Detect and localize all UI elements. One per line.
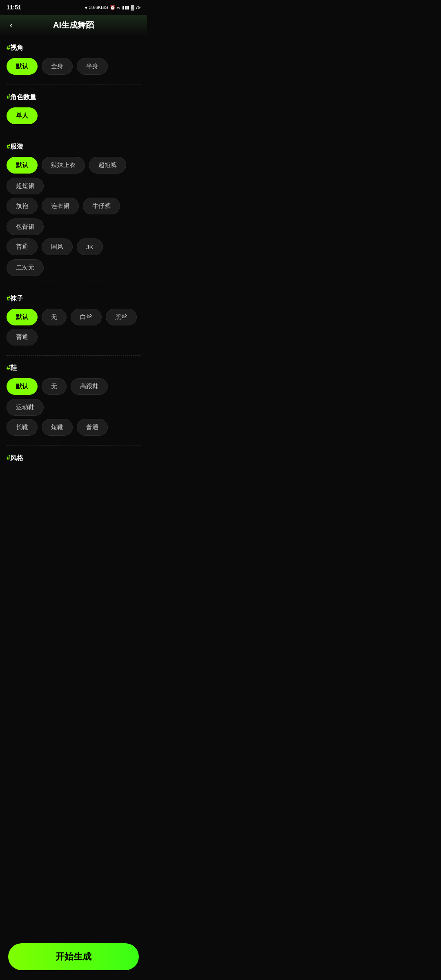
- tag-qipao[interactable]: 旗袍: [7, 198, 38, 214]
- section-shoes: #鞋 默认 无 高跟鞋 运动鞋 长靴 短靴 普通: [7, 356, 140, 446]
- costume-tags-row1: 默认 辣妹上衣 超短裤 超短裙: [7, 157, 140, 194]
- section-perspective-title: #视角: [7, 44, 140, 52]
- section-socks: #袜子 默认 无 白丝 黑丝 普通: [7, 286, 140, 356]
- tag-guofeng[interactable]: 国风: [42, 238, 73, 255]
- tag-sneakers[interactable]: 运动鞋: [7, 399, 44, 416]
- tag-white-silk[interactable]: 白丝: [71, 309, 102, 325]
- alarm-icon: ⏰: [110, 5, 116, 10]
- back-button[interactable]: ‹: [7, 19, 16, 31]
- tag-default-shoes[interactable]: 默认: [7, 378, 38, 395]
- shoes-tags-row1: 默认 无 高跟鞋 运动鞋: [7, 378, 140, 416]
- status-icons: ● 3.66KB/S ⏰ ∞ ▮▮▮ ▓ 79: [85, 5, 140, 10]
- hash-icon: #: [7, 44, 10, 51]
- section-character-count-title: #角色数量: [7, 93, 140, 102]
- character-count-tags: 单人: [7, 107, 140, 124]
- notification-icon: ●: [85, 5, 88, 10]
- hash-icon-6: #: [7, 454, 10, 461]
- tag-long-boots[interactable]: 长靴: [7, 419, 38, 436]
- network-icon: ∞: [117, 5, 120, 10]
- tag-short-skirt[interactable]: 超短裙: [7, 178, 44, 194]
- tag-normal-costume[interactable]: 普通: [7, 238, 38, 255]
- content: #视角 默认 全身 半身 #角色数量 单人 #服装 默认 辣妹上衣 超短裤 超短…: [0, 36, 147, 503]
- tag-default-perspective[interactable]: 默认: [7, 58, 38, 75]
- tag-normal-shoes[interactable]: 普通: [77, 419, 108, 436]
- section-style-title: #风格: [7, 454, 140, 463]
- tag-jeans[interactable]: 牛仔裤: [83, 198, 120, 214]
- tag-no-shoes[interactable]: 无: [42, 378, 67, 395]
- tag-black-silk[interactable]: 黑丝: [106, 309, 137, 325]
- tag-halfbody[interactable]: 半身: [77, 58, 108, 75]
- section-perspective: #视角 默认 全身 半身: [7, 36, 140, 85]
- tag-single[interactable]: 单人: [7, 107, 38, 124]
- status-bar: 11:51 ● 3.66KB/S ⏰ ∞ ▮▮▮ ▓ 79: [0, 0, 147, 15]
- signal-icon: ▮▮▮: [122, 5, 129, 10]
- costume-tags-row3: 普通 国风 JK 二次元: [7, 238, 140, 276]
- hash-icon-5: #: [7, 364, 10, 371]
- header: ‹ AI生成舞蹈: [0, 15, 147, 36]
- tag-pencil-skirt[interactable]: 包臀裙: [7, 218, 44, 235]
- tag-dress[interactable]: 连衣裙: [42, 198, 79, 214]
- section-socks-title: #袜子: [7, 294, 140, 303]
- tag-short-boots[interactable]: 短靴: [42, 419, 73, 436]
- tag-normal-socks[interactable]: 普通: [7, 329, 38, 345]
- tag-no-socks[interactable]: 无: [42, 309, 67, 325]
- tag-fullbody[interactable]: 全身: [42, 58, 73, 75]
- generate-button[interactable]: 开始生成: [8, 943, 139, 970]
- perspective-tags: 默认 全身 半身: [7, 58, 140, 75]
- tag-spicy-top[interactable]: 辣妹上衣: [42, 157, 85, 174]
- shoes-tags-row2: 长靴 短靴 普通: [7, 419, 140, 436]
- tag-heels[interactable]: 高跟鞋: [71, 378, 108, 395]
- costume-tags-row2: 旗袍 连衣裙 牛仔裤 包臀裙: [7, 198, 140, 235]
- socks-tags-row2: 普通: [7, 329, 140, 345]
- section-style-partial: #风格: [7, 446, 140, 463]
- page-title: AI生成舞蹈: [53, 20, 94, 31]
- section-costume: #服装 默认 辣妹上衣 超短裤 超短裙 旗袍 连衣裙 牛仔裤 包臀裙 普通 国风…: [7, 134, 140, 286]
- speed-indicator: 3.66KB/S: [89, 5, 108, 10]
- section-costume-title: #服装: [7, 143, 140, 151]
- battery-icon: ▓ 79: [131, 5, 140, 10]
- bottom-bar: 开始生成: [0, 938, 147, 980]
- hash-icon-2: #: [7, 94, 10, 100]
- socks-tags-row1: 默认 无 白丝 黑丝: [7, 309, 140, 325]
- hash-icon-4: #: [7, 295, 10, 302]
- section-shoes-title: #鞋: [7, 364, 140, 372]
- tag-anime[interactable]: 二次元: [7, 259, 44, 276]
- tag-short-pants[interactable]: 超短裤: [89, 157, 126, 174]
- status-time: 11:51: [7, 4, 21, 11]
- tag-default-socks[interactable]: 默认: [7, 309, 38, 325]
- tag-default-costume[interactable]: 默认: [7, 157, 38, 174]
- section-character-count: #角色数量 单人: [7, 85, 140, 134]
- tag-jk[interactable]: JK: [77, 238, 103, 255]
- hash-icon-3: #: [7, 143, 10, 150]
